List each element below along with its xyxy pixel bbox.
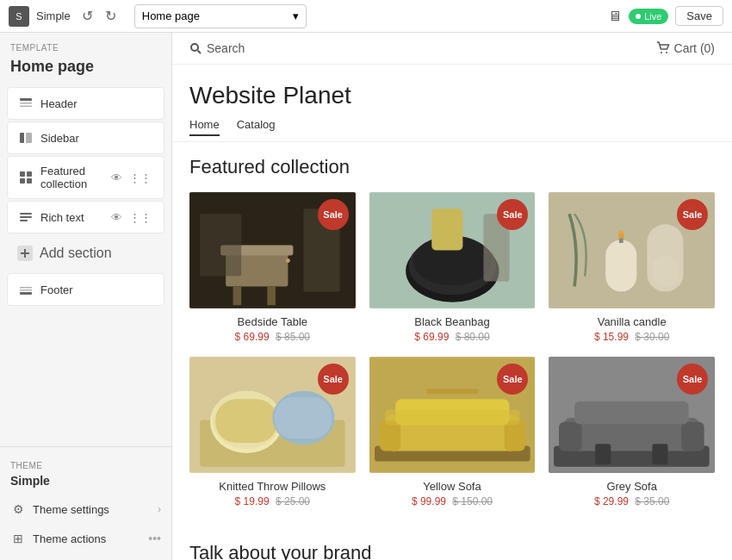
- sidebar-item-featured-collection[interactable]: Featured collection 👁 ⋮⋮: [7, 156, 164, 199]
- product-image-bedside-table: Sale: [189, 192, 356, 308]
- featured-collection-title: Featured collection: [189, 156, 715, 178]
- rich-text-icon: [18, 209, 34, 225]
- svg-rect-62: [574, 401, 688, 424]
- theme-actions-item[interactable]: ⊞ Theme actions •••: [0, 524, 171, 553]
- product-image-grey-sofa: Sale: [549, 357, 715, 473]
- undo-button[interactable]: ↺: [78, 6, 97, 26]
- product-name-black-beanbag: Black Beanbag: [369, 315, 536, 328]
- preview-area: Search Cart (0) Website Planet Home Cata…: [172, 33, 732, 560]
- product-card-vanilla-candle[interactable]: Sale Vanilla candle $ 15.99 $ 30.00: [549, 192, 715, 343]
- product-card-black-beanbag[interactable]: Sale Black Beanbag $ 69.99 $ 80.00: [369, 192, 536, 343]
- product-name-yellow-sofa: Yellow Sofa: [369, 480, 536, 493]
- svg-rect-6: [27, 171, 32, 177]
- store-cart[interactable]: Cart (0): [656, 41, 715, 55]
- nav-catalog[interactable]: Catalog: [237, 115, 276, 136]
- svg-point-38: [618, 231, 624, 240]
- live-dot: [636, 14, 641, 19]
- rich-text-actions: 👁 ⋮⋮: [109, 211, 153, 224]
- store-search[interactable]: Search: [189, 41, 245, 55]
- sidebar-item-footer[interactable]: Footer: [7, 273, 164, 306]
- app-title: Simple: [36, 9, 71, 22]
- sidebar-item-featured-label: Featured collection: [40, 165, 102, 190]
- theme-settings-item[interactable]: ⚙ Theme settings ›: [0, 495, 171, 524]
- sidebar-item-rich-text-label: Rich text: [40, 211, 102, 224]
- svg-rect-61: [681, 422, 704, 451]
- add-section-item[interactable]: Add section: [7, 238, 164, 269]
- cart-label: Cart (0): [674, 41, 715, 55]
- product-image-knitted-pillows: Sale: [189, 357, 356, 473]
- product-grid: Sale Bedside Table $ 69.99 $ 85.00: [189, 192, 715, 507]
- nav-home[interactable]: Home: [189, 115, 220, 136]
- sale-badge-yellow-sofa: Sale: [497, 364, 528, 395]
- sale-badge-bedside-table: Sale: [318, 199, 349, 230]
- svg-rect-55: [426, 389, 478, 394]
- theme-actions-label: Theme actions: [33, 532, 141, 545]
- sidebar-item-sidebar[interactable]: Sidebar: [7, 121, 164, 154]
- svg-rect-24: [233, 287, 242, 306]
- product-price-knitted-pillows: $ 19.99 $ 25.00: [189, 495, 356, 507]
- product-card-knitted-pillows[interactable]: Sale Knitted Throw Pillows $ 19.99 $ 25.…: [189, 357, 356, 507]
- svg-point-20: [666, 52, 667, 53]
- svg-rect-45: [215, 399, 277, 443]
- store-header: Search Cart (0): [172, 33, 732, 65]
- svg-rect-2: [20, 106, 32, 108]
- product-price-yellow-sofa: $ 99.99 $ 150.00: [369, 495, 536, 507]
- save-button[interactable]: Save: [675, 6, 723, 26]
- grid-icon: ⊞: [10, 531, 26, 546]
- monitor-icon[interactable]: 🖥: [608, 9, 622, 24]
- svg-rect-64: [653, 444, 668, 464]
- page-selector[interactable]: Home page ▾: [134, 4, 307, 28]
- svg-rect-33: [431, 208, 462, 250]
- redo-button[interactable]: ↻: [101, 6, 121, 26]
- product-name-knitted-pillows: Knitted Throw Pillows: [189, 480, 356, 493]
- svg-rect-5: [20, 171, 25, 177]
- footer-icon: [18, 282, 34, 297]
- brand-section-title: Talk about your brand: [189, 542, 715, 560]
- top-bar-left: S Simple: [9, 6, 71, 27]
- brand-title: Website Planet: [189, 82, 715, 109]
- sidebar-item-footer-label: Footer: [40, 283, 153, 296]
- svg-rect-10: [20, 216, 32, 218]
- sidebar-item-header-label: Header: [40, 97, 153, 110]
- settings-icon: ⚙: [10, 501, 26, 517]
- header-icon: [18, 96, 34, 111]
- theme-label: THEME: [0, 454, 171, 474]
- svg-point-19: [661, 52, 662, 53]
- product-card-grey-sofa[interactable]: Sale Grey Sofa $ 29.99 $ 35.00: [549, 357, 715, 507]
- search-label: Search: [207, 41, 245, 55]
- svg-rect-27: [200, 214, 241, 276]
- sidebar-page-title: Home page: [0, 56, 171, 86]
- sidebar-item-rich-text[interactable]: Rich text 👁 ⋮⋮: [7, 201, 164, 233]
- top-bar: S Simple ↺ ↻ Home page ▾ 🖥 Live Save: [0, 0, 732, 33]
- svg-rect-11: [20, 220, 28, 221]
- svg-rect-1: [20, 103, 32, 104]
- featured-collection-icon: [18, 170, 34, 185]
- rich-text-drag-button[interactable]: ⋮⋮: [127, 211, 153, 224]
- dots-icon: •••: [148, 532, 161, 545]
- undo-redo-nav: ↺ ↻: [78, 6, 121, 26]
- featured-collection-drag-button[interactable]: ⋮⋮: [127, 171, 153, 184]
- rich-text-eye-button[interactable]: 👁: [109, 211, 124, 224]
- product-card-bedside-table[interactable]: Sale Bedside Table $ 69.99 $ 85.00: [189, 192, 356, 343]
- app-icon[interactable]: S: [9, 6, 29, 27]
- add-section-label: Add section: [40, 246, 112, 261]
- product-price-vanilla-candle: $ 15.99 $ 30.00: [549, 331, 715, 343]
- product-image-yellow-sofa: Sale: [369, 357, 536, 473]
- svg-rect-4: [26, 133, 32, 143]
- svg-point-26: [286, 258, 290, 263]
- sidebar-item-header[interactable]: Header: [7, 87, 164, 120]
- product-image-black-beanbag: Sale: [369, 192, 536, 308]
- sidebar-theme-section: THEME Simple ⚙ Theme settings › ⊞ Theme …: [0, 446, 171, 560]
- product-card-yellow-sofa[interactable]: Sale Yellow Sofa $ 99.99 $ 150.00: [369, 357, 536, 507]
- svg-rect-7: [20, 178, 25, 184]
- svg-rect-15: [20, 287, 32, 289]
- svg-rect-0: [20, 98, 32, 101]
- store-preview: Search Cart (0) Website Planet Home Cata…: [172, 33, 732, 560]
- store-nav: Home Catalog: [172, 109, 732, 142]
- product-price-black-beanbag: $ 69.99 $ 80.00: [369, 331, 536, 343]
- svg-rect-36: [606, 240, 637, 291]
- sale-badge-grey-sofa: Sale: [677, 364, 708, 395]
- add-section-icon: [17, 246, 33, 261]
- featured-collection-eye-button[interactable]: 👁: [109, 171, 124, 184]
- svg-rect-16: [20, 289, 32, 291]
